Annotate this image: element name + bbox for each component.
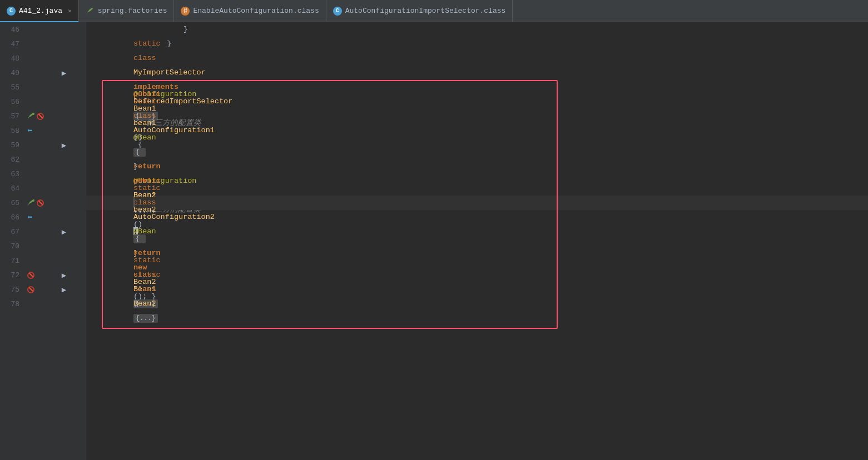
tab-acis-label: AutoConfigurationImportSelector.class — [345, 7, 506, 15]
gutter-line-67: 67 ▶ — [0, 224, 86, 239]
type-59: Bean1 — [133, 104, 161, 113]
type-67: Bean2 — [133, 191, 161, 199]
gutter-line-64: 64 — [0, 181, 86, 196]
gutter-line-55: 55 — [0, 80, 86, 94]
line-num-58: 58 — [0, 127, 25, 135]
tab-sf-label: spring.factories — [98, 7, 167, 15]
code-area: } } static class MyImportSelector — [86, 22, 868, 460]
tab-eac-label: EnableAutoConfiguration.class — [193, 7, 319, 15]
gutter-line-46: 46 — [0, 22, 86, 37]
gutter-line-57: 57 — [0, 109, 86, 123]
gutter-icons-72 — [25, 272, 58, 279]
gutter-icons-57 — [25, 112, 58, 120]
gutter-icons-75 — [25, 286, 58, 293]
tab-a41-close[interactable]: ✕ — [68, 7, 72, 14]
gutter: 46 47 48 49 ▶ — [0, 22, 86, 460]
line-num-64: 64 — [0, 184, 25, 193]
fold-arrow-72[interactable]: ▶ — [58, 271, 70, 280]
gutter-line-72: 72 ▶ — [0, 268, 86, 282]
code-line-78: } — [86, 297, 868, 311]
gutter-line-71: 71 — [0, 253, 86, 268]
svg-point-1 — [32, 199, 34, 202]
arrow-left-icon-58: ⬅ — [27, 125, 33, 136]
c-circle-icon2: C — [333, 7, 342, 16]
gutter-line-49: 49 ▶ — [0, 66, 86, 80]
gutter-line-70: 70 — [0, 239, 86, 253]
line-num-70: 70 — [0, 242, 25, 251]
method-59: bean1 — [133, 119, 156, 127]
public-kw-67: public — [133, 177, 165, 185]
line-num-78: 78 — [0, 300, 25, 308]
tab-spring-factories[interactable]: spring.factories — [79, 0, 175, 22]
line-num-75: 75 — [0, 286, 25, 294]
line-num-46: 46 — [0, 26, 25, 34]
gutter-line-78: 78 — [0, 297, 86, 311]
line-num-65: 65 — [0, 199, 25, 207]
no-icon-65 — [37, 199, 44, 207]
brace-78: } — [133, 299, 138, 308]
line-num-59: 59 — [0, 141, 25, 149]
gutter-line-62: 62 — [0, 152, 86, 167]
gutter-line-66: 66 ⬅ — [0, 210, 86, 224]
line-num-57: 57 — [0, 112, 25, 121]
editor: 46 47 48 49 ▶ — [0, 22, 868, 460]
c-icon: C — [7, 7, 16, 16]
gutter-line-58: 58 ⬅ — [0, 123, 86, 138]
fold-arrow-67[interactable]: ▶ — [58, 227, 70, 237]
spring-bean-icon-57 — [27, 112, 35, 120]
leaf-icon — [86, 7, 95, 16]
tab-a41-label: A41_2.java — [19, 7, 62, 15]
line-num-55: 55 — [0, 83, 25, 92]
line-num-47: 47 — [0, 40, 25, 48]
line-num-67: 67 — [0, 228, 25, 236]
static-kw-75: static — [133, 271, 165, 279]
no-icon-75 — [27, 286, 34, 293]
tab-a41-2-java[interactable]: C A41_2.java ✕ — [0, 0, 79, 22]
gutter-line-56: 56 — [0, 94, 86, 109]
tab-enable-auto-config[interactable]: @ EnableAutoConfiguration.class — [174, 0, 326, 22]
fold-arrow-75[interactable]: ▶ — [58, 285, 70, 294]
class-circle-icon: @ — [181, 7, 190, 16]
line-num-62: 62 — [0, 156, 25, 164]
gutter-line-59: 59 ▶ — [0, 138, 86, 152]
code-content-78: } — [86, 282, 868, 326]
gutter-icons-58: ⬅ — [25, 125, 58, 136]
gutter-icons-66: ⬅ — [25, 212, 58, 223]
line-num-63: 63 — [0, 170, 25, 178]
gutter-line-75: 75 ▶ — [0, 282, 86, 297]
line-num-71: 71 — [0, 257, 25, 265]
line-num-49: 49 — [0, 69, 25, 77]
gutter-icons-65 — [25, 199, 58, 207]
tab-auto-config-import[interactable]: C AutoConfigurationImportSelector.class — [326, 0, 513, 22]
line-num-66: 66 — [0, 213, 25, 222]
no-icon-72 — [27, 272, 34, 279]
gutter-line-48: 48 — [0, 51, 86, 66]
gutter-line-65: 65 — [0, 196, 86, 210]
svg-point-0 — [32, 113, 34, 115]
tab-bar: C A41_2.java ✕ spring.factories @ Enable… — [0, 0, 868, 22]
static-kw-49: static — [133, 39, 165, 48]
no-icon-57 — [37, 113, 44, 120]
line-num-48: 48 — [0, 54, 25, 63]
fold-arrow-59[interactable]: ▶ — [58, 141, 70, 150]
gutter-line-47: 47 — [0, 37, 86, 51]
fold-arrow-49[interactable]: ▶ — [58, 68, 70, 78]
line-num-56: 56 — [0, 98, 25, 106]
gutter-line-63: 63 — [0, 167, 86, 181]
method-67: bean2 — [133, 206, 156, 214]
public-kw-59: public — [133, 90, 165, 98]
arrow-left-icon-66: ⬅ — [27, 212, 33, 223]
spring-bean-icon-65 — [27, 199, 35, 207]
line-num-72: 72 — [0, 271, 25, 279]
